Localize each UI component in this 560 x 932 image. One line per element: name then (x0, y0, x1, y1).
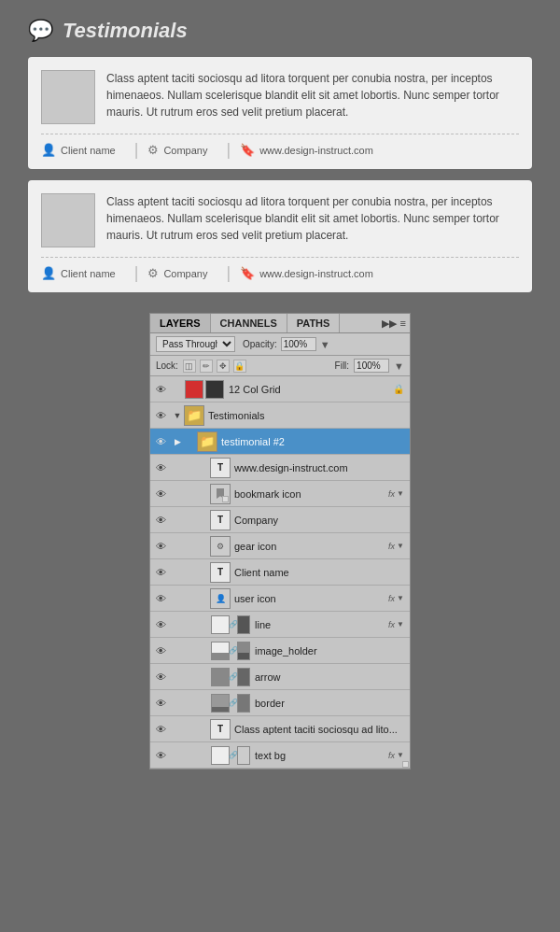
layer-fx-arrow-bookmark[interactable]: ▼ (397, 489, 404, 498)
blend-mode-select[interactable]: Pass Through (156, 336, 235, 352)
visibility-eye-company[interactable]: 👁 (150, 507, 171, 533)
user-icon-1: 👤 (41, 143, 56, 157)
layer-fx-arrow-gear[interactable]: ▼ (397, 542, 404, 550)
visibility-eye-arrow[interactable]: 👁 (150, 664, 171, 690)
visibility-eye-line[interactable]: 👁 (150, 612, 171, 638)
layer-row-testimonials[interactable]: 👁 ▼ 📁 Testimonials (150, 402, 410, 429)
layer-name-testimonials: Testimonials (208, 410, 410, 421)
meta-sep-4: | (226, 263, 231, 283)
expand-classtext (171, 716, 184, 742)
panel-options-icon[interactable]: ≡ (400, 318, 406, 329)
fill-arrow[interactable]: ▼ (394, 360, 404, 372)
expand-user (171, 586, 184, 612)
visibility-eye-clientname[interactable]: 👁 (150, 559, 171, 586)
meta-sep-1: | (134, 140, 139, 160)
visibility-eye-testimonial2[interactable]: 👁 (150, 429, 171, 455)
layer-thumb-gear: ⚙ (210, 536, 231, 557)
tab-layers[interactable]: LAYERS (150, 314, 211, 332)
layer-row-bookmark[interactable]: 👁 bookmark icon fx ▼ (150, 481, 410, 507)
lock-all-button[interactable]: 🔒 (233, 360, 246, 373)
tab-channels[interactable]: CHANNELS (211, 314, 287, 332)
layer-thumb-line: 🔗 (210, 614, 251, 635)
layer-fx-textbg: fx (388, 751, 395, 760)
user-icon-2: 👤 (41, 266, 56, 280)
layer-thumb-bookmark (210, 484, 231, 504)
layer-name-classtext: Class aptent taciti sociosqu ad lito... (234, 724, 410, 735)
visibility-eye-bookmark[interactable]: 👁 (150, 481, 171, 507)
lock-position-button[interactable]: ✥ (217, 360, 230, 373)
layer-row-imageholder[interactable]: 👁 🔗 image_holder (150, 638, 410, 664)
website-2: www.design-instruct.com (259, 268, 373, 279)
expand-arrow-12-col (171, 376, 184, 402)
opacity-input[interactable] (281, 337, 316, 351)
layer-row-arrow[interactable]: 👁 🔗 arrow (150, 664, 410, 690)
visibility-eye-www[interactable]: 👁 (150, 455, 171, 481)
expand-indent-t2: ▶ (171, 429, 184, 455)
layer-name-gear: gear icon (234, 541, 388, 552)
lock-image-button[interactable]: ✏ (200, 360, 213, 373)
website-1: www.design-instruct.com (259, 145, 373, 156)
visibility-eye-user[interactable]: 👁 (150, 586, 171, 612)
expand-bookmark (171, 481, 184, 507)
client-name-2: Client name (61, 268, 116, 279)
layer-fx-arrow-line[interactable]: ▼ (397, 620, 404, 628)
avatar-1 (41, 70, 95, 124)
layer-row-12-col-grid[interactable]: 👁 12 Col Grid 🔒 (150, 376, 410, 402)
visibility-eye-imageholder[interactable]: 👁 (150, 638, 171, 664)
bookmark-icon-1: 🔖 (240, 143, 255, 157)
lock-transparent-button[interactable]: ◫ (183, 360, 196, 373)
layer-row-classtext[interactable]: 👁 T Class aptent taciti sociosqu ad lito… (150, 716, 410, 742)
layer-thumb-border: 🔗 (210, 693, 251, 713)
visibility-eye-textbg[interactable]: 👁 (150, 742, 171, 769)
visibility-eye-testimonials[interactable]: 👁 (150, 402, 171, 429)
layer-thumb-testimonials: 📁 (184, 405, 204, 426)
layer-name-textbg: text bg (255, 750, 388, 761)
testimonial-card-1: Class aptent taciti sociosqu ad litora t… (28, 57, 532, 169)
meta-sep-2: | (226, 140, 231, 160)
layer-fx-bookmark: fx (388, 489, 395, 499)
preview-area: 💬 Testimonials Class aptent taciti socio… (0, 0, 560, 313)
expand-border (171, 690, 184, 716)
visibility-eye-border[interactable]: 👁 (150, 690, 171, 716)
layer-row-www[interactable]: 👁 T www.design-instruct.com (150, 455, 410, 481)
expand-imageholder (171, 638, 184, 664)
bookmark-icon-2: 🔖 (240, 266, 255, 280)
visibility-eye-12-col[interactable]: 👁 (150, 376, 171, 402)
expand-clientname (171, 559, 184, 586)
layer-fx-arrow-textbg[interactable]: ▼ (397, 751, 404, 759)
expand-arrow-testimonials[interactable]: ▼ (171, 402, 184, 429)
layer-name-user: user icon (234, 593, 388, 604)
opacity-arrow[interactable]: ▼ (320, 339, 330, 350)
layer-row-testimonial2[interactable]: 👁 ▶ 📁 testimonial #2 (150, 429, 410, 455)
lock-icons: ◫ ✏ ✥ 🔒 (183, 360, 246, 373)
layer-fx-line: fx (388, 620, 395, 629)
layer-row-user[interactable]: 👁 👤 user icon fx ▼ (150, 586, 410, 612)
visibility-eye-gear[interactable]: 👁 (150, 533, 171, 559)
testimonial-meta-1: 👤 Client name | ⚙ Company | 🔖 www.design… (41, 140, 519, 160)
layer-row-clientname[interactable]: 👁 T Client name (150, 559, 410, 586)
layer-name-clientname: Client name (234, 567, 410, 578)
gear-icon-1: ⚙ (147, 143, 159, 157)
lock-icon-12-col: 🔒 (393, 384, 404, 394)
layer-row-textbg[interactable]: 👁 🔗 text bg fx ▼ (150, 742, 410, 769)
panel-menu-icon[interactable]: ▶▶ (382, 318, 397, 330)
layer-thumb-company: T (210, 510, 231, 530)
fill-input[interactable] (354, 359, 389, 373)
layer-name-border: border (255, 698, 410, 709)
tab-paths[interactable]: PATHS (287, 314, 341, 332)
layer-row-border[interactable]: 👁 🔗 border (150, 690, 410, 716)
layers-lock-bar: Lock: ◫ ✏ ✥ 🔒 Fill: ▼ (150, 356, 410, 376)
layer-name-www: www.design-instruct.com (234, 462, 410, 473)
layer-row-line[interactable]: 👁 🔗 line fx ▼ (150, 612, 410, 638)
expand-company (171, 507, 184, 533)
layer-row-gear[interactable]: 👁 ⚙ gear icon fx ▼ (150, 533, 410, 559)
layer-name-imageholder: image_holder (255, 645, 410, 657)
expand-gear (171, 533, 184, 559)
layer-fx-arrow-user[interactable]: ▼ (397, 594, 404, 602)
visibility-eye-classtext[interactable]: 👁 (150, 716, 171, 742)
layer-row-company[interactable]: 👁 T Company (150, 507, 410, 533)
expand-www (171, 455, 184, 481)
layer-thumb-classtext: T (210, 719, 231, 740)
layer-fx-gear: fx (388, 542, 395, 551)
layer-thumb-www: T (210, 458, 231, 478)
